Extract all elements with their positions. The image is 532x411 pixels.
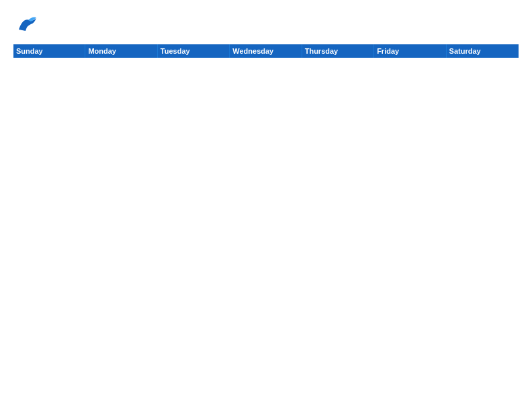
weekday-header-monday: Monday [85, 44, 157, 58]
weekday-header-sunday: Sunday [13, 44, 85, 58]
weekday-header-thursday: Thursday [302, 44, 374, 58]
weekday-header-wednesday: Wednesday [230, 44, 302, 58]
weekday-header-saturday: Saturday [447, 44, 519, 58]
weekday-header-friday: Friday [374, 44, 446, 58]
page: SundayMondayTuesdayWednesdayThursdayFrid… [0, 0, 532, 411]
logo-icon [13, 11, 39, 39]
logo [13, 11, 42, 39]
calendar-body [13, 58, 519, 404]
weekday-header-tuesday: Tuesday [158, 44, 230, 58]
header [13, 11, 519, 39]
calendar-header: SundayMondayTuesdayWednesdayThursdayFrid… [13, 44, 519, 58]
calendar: SundayMondayTuesdayWednesdayThursdayFrid… [13, 44, 519, 404]
